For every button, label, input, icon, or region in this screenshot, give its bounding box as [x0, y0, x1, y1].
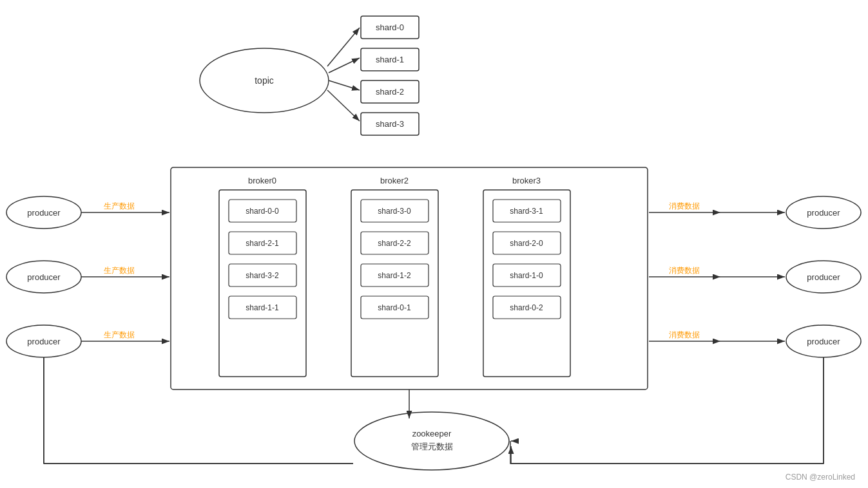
broker3-shard-1-0-label: shard-1-0 — [510, 271, 543, 280]
broker0-label: broker0 — [248, 176, 276, 185]
producer-right-1-label: producer — [807, 208, 840, 218]
broker0-box — [219, 190, 306, 377]
broker3-shard-0-2-label: shard-0-2 — [510, 303, 543, 312]
arrow-topic-shard1 — [329, 58, 360, 73]
broker2-shard-0-1-label: shard-0-1 — [378, 303, 411, 312]
broker0-shard-2-1-label: shard-2-1 — [246, 239, 279, 248]
shard-2-label: shard-2 — [376, 87, 404, 97]
broker3-box — [483, 190, 570, 377]
broker2-shard-3-0-label: shard-3-0 — [378, 207, 411, 216]
produce-label-1: 生产数据 — [104, 202, 135, 211]
watermark: CSDN @zeroLinked — [786, 473, 855, 482]
zookeeper-sublabel: 管理元数据 — [411, 442, 453, 451]
producer-right-3-label: producer — [807, 337, 840, 346]
produce-label-3: 生产数据 — [104, 330, 135, 339]
broker2-shard-2-2-label: shard-2-2 — [378, 239, 411, 248]
broker2-shard-1-2-label: shard-1-2 — [378, 271, 411, 280]
broker2-box — [351, 190, 438, 377]
produce-label-2: 生产数据 — [104, 266, 135, 275]
line-right-zk-path — [510, 357, 824, 464]
consume-label-2: 消费数据 — [669, 266, 700, 275]
shard-1-label: shard-1 — [376, 55, 404, 64]
shard-3-label: shard-3 — [376, 119, 404, 129]
producer-left-3-label: producer — [27, 337, 61, 346]
producer-right-2-label: producer — [807, 272, 840, 282]
shard-0-label: shard-0 — [376, 23, 404, 32]
arrow-topic-shard2 — [329, 80, 360, 90]
topic-label: topic — [255, 75, 274, 86]
consume-label-3: 消费数据 — [669, 330, 700, 339]
producer-left-2-label: producer — [27, 272, 61, 282]
arrow-topic-shard3 — [327, 90, 360, 121]
broker3-shard-2-0-label: shard-2-0 — [510, 239, 543, 248]
broker3-shard-3-1-label: shard-3-1 — [510, 207, 543, 216]
broker0-shard-1-1-label: shard-1-1 — [246, 303, 279, 312]
consume-label-1: 消费数据 — [669, 202, 700, 211]
line-left-zk-path — [44, 357, 353, 464]
broker3-label: broker3 — [512, 176, 541, 185]
broker0-shard-0-0-label: shard-0-0 — [246, 207, 279, 216]
producer-left-1-label: producer — [27, 208, 61, 218]
broker0-shard-3-2-label: shard-3-2 — [246, 271, 279, 280]
zookeeper-ellipse — [354, 412, 509, 470]
broker2-label: broker2 — [380, 176, 409, 185]
zookeeper-label: zookeeper — [412, 429, 452, 438]
